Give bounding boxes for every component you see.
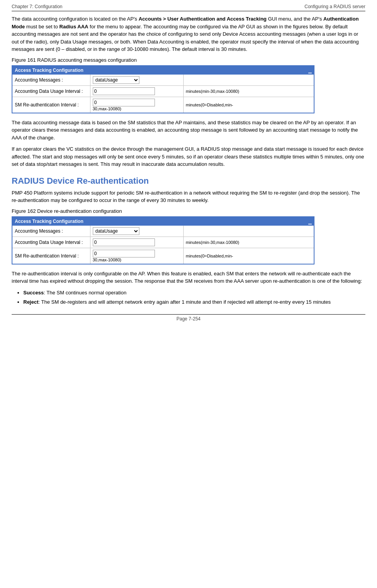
config-box-header-2: Access Tracking Configuration ⎯ [12,217,314,226]
config-box-title-1: Access Tracking Configuration [15,68,83,73]
table-row: Accounting Messages : dataUsage deviceAc… [12,226,314,237]
row2-input-cell[interactable] [90,237,183,248]
row1-label: Accounting Messages : [12,75,90,86]
row1-input-cell[interactable]: dataUsage deviceAccess both disabled [90,226,183,237]
list-item: Reject: The SM de-registers and will att… [23,298,365,306]
section-paragraph-1: PMP 450 Platform systems include support… [12,189,365,204]
bullet-bold-1: Success [23,290,44,296]
sm-reauth-interval-2[interactable] [93,250,155,257]
row3-note: minutes(0=Disabled,min- [183,248,314,264]
row1-note [183,226,314,237]
bullet-text-2: : The SM de-registers and will attempt n… [38,299,331,305]
row3-input-cell[interactable]: 30,max-10080) [90,248,183,264]
header-left: Chapter 7: Configuration [12,4,63,9]
table-row: Accounting Data Usage Interval : minutes… [12,237,314,248]
header-bar: Chapter 7: Configuration Configuring a R… [12,4,365,11]
figure162-label: Figure 162 Device re-authentication conf… [12,208,365,214]
row2-note: minutes(min-30,max-10080) [183,237,314,248]
row2-label: Accounting Data Usage Interval : [12,237,90,248]
row3-label: SM Re-authentication Interval : [12,248,90,264]
after-figure162-paragraph: The re-authentication interval is only c… [12,270,365,285]
section-heading: RADIUS Device Re-authentication [12,176,365,186]
table-row: SM Re-authentication Interval : 30,max-1… [12,97,314,113]
accounting-messages-select-2[interactable]: dataUsage deviceAccess both disabled [93,227,139,235]
config-table-2: Accounting Messages : dataUsage deviceAc… [12,226,314,264]
table-row: Accounting Data Usage Interval : minutes… [12,85,314,97]
bullet-text-1: : The SM continues normal operation [44,290,127,296]
config-box-header-1: Access Tracking Configuration ⎯ [12,66,314,75]
middle-paragraph-2: If an operator clears the VC statistics … [12,145,365,168]
row3-note: minutes(0=Disabled,min- [183,97,314,113]
accounting-messages-select-1[interactable]: dataUsage deviceAccess both disabled [93,76,139,84]
minimize-icon-1[interactable]: ⎯ [308,67,311,73]
config-table-1: Accounting Messages : dataUsage deviceAc… [12,75,314,113]
header-right: Configuring a RADIUS server [304,4,365,9]
table-row: Accounting Messages : dataUsage deviceAc… [12,75,314,86]
middle-paragraph-1: The data accounting message data is base… [12,119,365,142]
row3-input-cell[interactable]: 30,max-10080) [90,97,183,113]
minimize-icon-2[interactable]: ⎯ [308,218,311,224]
page-number: Page 7-254 [176,316,200,322]
config-box-1: Access Tracking Configuration ⎯ Accounti… [12,65,314,113]
row3-label: SM Re-authentication Interval : [12,97,90,113]
bullet-list: Success: The SM continues normal operati… [23,289,365,307]
intro-paragraph: The data accounting configuration is loc… [12,15,365,53]
page-container: Chapter 7: Configuration Configuring a R… [0,0,377,588]
footer-bar: Page 7-254 [12,314,365,322]
figure161-label: Figure 161 RADIUS accounting messages co… [12,57,365,63]
config-box-2: Access Tracking Configuration ⎯ Accounti… [12,216,314,264]
sm-reauth-interval-1[interactable] [93,99,155,106]
sm-reauth-note-2: 30,max-10080) [93,257,181,262]
list-item: Success: The SM continues normal operati… [23,289,365,297]
sm-reauth-note-1: 30,max-10080) [93,106,181,111]
accounting-data-usage-interval-2[interactable] [93,238,155,246]
accounting-data-usage-interval-1[interactable] [93,87,155,95]
row1-label: Accounting Messages : [12,226,90,237]
row1-input-cell[interactable]: dataUsage deviceAccess both disabled [90,75,183,86]
table-row: SM Re-authentication Interval : 30,max-1… [12,248,314,264]
row2-input-cell[interactable] [90,85,183,97]
row2-label: Accounting Data Usage Interval : [12,85,90,97]
row1-note [183,75,314,86]
config-box-title-2: Access Tracking Configuration [15,219,83,224]
bullet-bold-2: Reject [23,299,38,305]
row2-note: minutes(min-30,max-10080) [183,85,314,97]
